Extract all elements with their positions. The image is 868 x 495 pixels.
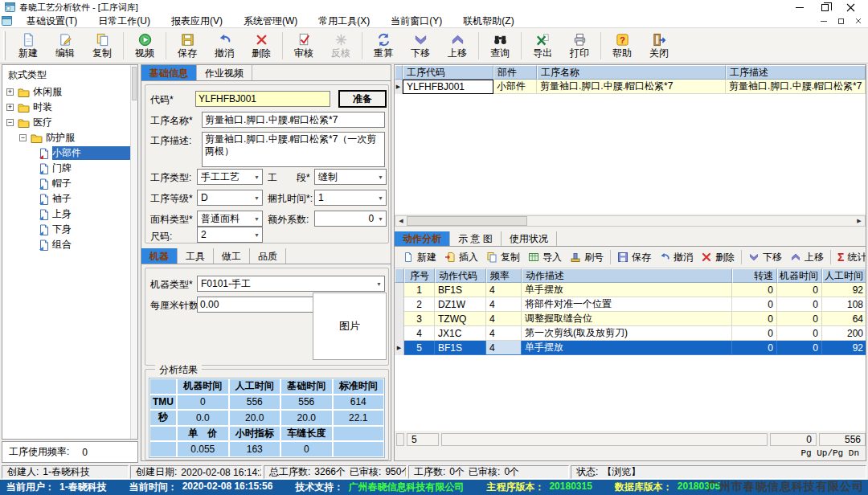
action-import-button[interactable]: 导入	[524, 249, 566, 266]
edit-button[interactable]: 编辑	[47, 29, 84, 62]
process-grid: 工序代码 部件 工序名称 工序描述 ▶ YLFHFBJ001 小部件 剪量袖口.…	[395, 65, 866, 214]
action-new-button[interactable]: 新建	[399, 249, 440, 266]
bundle-time-select[interactable]: 1▼	[314, 190, 387, 206]
tree-item-hat[interactable]: 帽子	[2, 176, 137, 191]
action-move-up-button[interactable]: 上移	[786, 249, 828, 266]
action-row[interactable]: 1 BF1S 4 单手摆放 0 0 92	[395, 283, 866, 297]
print-button[interactable]: 打印	[561, 29, 598, 62]
menu-item-help[interactable]: 联机帮助(Z)	[452, 14, 524, 28]
action-row[interactable]: 3 TZWQ 4 调整握取缝合位 0 0 64	[395, 312, 866, 326]
tree-item-protective[interactable]: − 防护服	[2, 130, 137, 145]
recalc-button[interactable]: 重算	[365, 29, 402, 62]
extra-coef-select[interactable]: 0▼	[314, 211, 387, 227]
tree-item-sleeve[interactable]: 袖子	[2, 191, 137, 207]
copy-button[interactable]: 复制	[84, 29, 121, 62]
menu-item-reports[interactable]: 报表应用(V)	[161, 14, 233, 28]
menu-item-base-settings[interactable]: 基础设置(T)	[16, 14, 88, 28]
restore-icon[interactable]	[821, 4, 829, 11]
tree-item-placket[interactable]: 门牌	[2, 161, 137, 176]
minimize-icon[interactable]	[796, 7, 804, 8]
export-button[interactable]: 导出	[524, 29, 561, 62]
save-icon	[617, 252, 628, 263]
tree-item-small-parts[interactable]: 小部件	[2, 145, 137, 161]
part-icon	[39, 148, 49, 159]
stitch-density-input[interactable]: 0.00	[197, 297, 322, 313]
code-input[interactable]: YLFHFBJ001	[195, 91, 330, 107]
action-copy-button[interactable]: 复制	[482, 249, 524, 266]
undo-button[interactable]: 撤消	[206, 29, 243, 62]
menu-item-daily-work[interactable]: 日常工作(U)	[88, 14, 161, 28]
menu-item-system[interactable]: 系统管理(W)	[233, 14, 308, 28]
mdi-close-icon[interactable]	[855, 18, 862, 24]
action-move-down-button[interactable]: 下移	[744, 249, 786, 266]
tab-workmanship[interactable]: 做工	[214, 248, 250, 264]
process-desc-label: 工序描述:	[150, 134, 191, 148]
tab-tools[interactable]: 工具	[178, 248, 214, 264]
process-grid-row[interactable]: ▶ YLFHFBJ001 小部件 剪量袖口.脚口.中腰.帽口松紧*7 剪量袖口.…	[395, 80, 866, 94]
process-grid-hscrollbar[interactable]: ◀ ▶	[395, 215, 866, 227]
menu-item-current-window[interactable]: 当前窗口(Y)	[380, 14, 452, 28]
save-button[interactable]: 保存	[169, 29, 206, 62]
action-statistics-button[interactable]: Σ 统计	[833, 249, 866, 266]
expander-collapsed-icon[interactable]: +	[6, 104, 14, 111]
expander-expanded-icon[interactable]: −	[19, 134, 27, 141]
fabric-type-select[interactable]: 普通面料▼	[197, 211, 263, 227]
process-desc-input[interactable]: 剪量袖口.脚口.中腰.帽口松紧*7（一次剪两根）	[202, 132, 385, 167]
close-icon[interactable]	[846, 3, 855, 12]
size-select[interactable]: 2▼	[197, 227, 263, 243]
tab-work-video[interactable]: 作业视频	[197, 65, 252, 80]
action-undo-button[interactable]: 撤消	[655, 249, 697, 266]
section-select[interactable]: 缝制▼	[314, 169, 387, 185]
audited2-value: 0个	[504, 465, 519, 479]
action-insert-button[interactable]: 插入	[440, 249, 482, 266]
grade-select[interactable]: D▼	[197, 190, 263, 206]
process-type-select[interactable]: 手工工艺▼	[197, 169, 263, 185]
menu-item-tools[interactable]: 常用工具(X)	[308, 14, 380, 28]
mdi-restore-icon[interactable]	[838, 18, 844, 24]
tree-item-upper-body[interactable]: 上身	[2, 207, 137, 222]
process-grid-header: 工序代码 部件 工序名称 工序描述	[395, 65, 866, 80]
machine-type-select[interactable]: F0101-手工▼	[197, 276, 385, 292]
action-renumber-button[interactable]: 刷号	[566, 249, 608, 266]
expander-collapsed-icon[interactable]: +	[6, 88, 14, 96]
scrollbar-thumb[interactable]	[132, 67, 137, 100]
creator-value: 1-春晓科技	[43, 465, 90, 479]
scroll-right-icon[interactable]: ▶	[854, 216, 865, 226]
prepare-button[interactable]: 准备	[338, 90, 387, 108]
tab-basic-info[interactable]: 基础信息	[141, 65, 197, 80]
tree-item-medical[interactable]: − 医疗	[2, 115, 137, 130]
tree-item-lower-body[interactable]: 下身	[2, 222, 137, 237]
action-delete-button[interactable]: 删除	[697, 249, 739, 266]
process-detail-panel: 基础信息 作业视频 代码* YLFHFBJ001 准备 工序名称* 剪量袖口.脚…	[141, 64, 391, 461]
tree-item-casual[interactable]: + 休闲服	[2, 84, 137, 100]
scrollbar-thumb[interactable]	[407, 216, 527, 226]
current-user-label: 当前用户：	[6, 481, 55, 494]
delete-button[interactable]: 删除	[243, 29, 280, 62]
tab-usage-status[interactable]: 使用状况	[502, 231, 557, 246]
expander-expanded-icon[interactable]: −	[6, 119, 14, 126]
tree-scrollbar[interactable]	[130, 65, 137, 439]
tab-action-analysis[interactable]: 动作分析	[395, 231, 450, 246]
new-button[interactable]: 新建	[10, 29, 47, 62]
indicator-header	[395, 268, 404, 283]
exit-button[interactable]: 关闭	[641, 29, 678, 62]
help-button[interactable]: ? 帮助	[604, 29, 641, 62]
move-down-button[interactable]: 下移	[402, 29, 439, 62]
tree-item-combination[interactable]: 组合	[2, 237, 137, 252]
video-button[interactable]: 视频	[126, 29, 163, 62]
toolbar-separator	[600, 32, 601, 59]
action-save-button[interactable]: 保存	[613, 249, 655, 266]
move-up-button[interactable]: 上移	[439, 29, 476, 62]
action-row-selected[interactable]: ▶ 5 BF1S 4 单手摆放 0 0 92	[395, 341, 866, 355]
tree-item-fashion[interactable]: + 时装	[2, 100, 137, 115]
tab-machine[interactable]: 机器	[141, 248, 178, 264]
audit-button[interactable]: 审核	[285, 29, 322, 62]
search-button[interactable]: 查询	[481, 29, 518, 62]
tab-quality[interactable]: 品质	[250, 248, 286, 264]
mdi-minimize-icon[interactable]	[821, 21, 827, 22]
action-row[interactable]: 4 JX1C 4 第一次剪线(取及放剪刀) 0 0 200	[395, 326, 866, 341]
action-row[interactable]: 2 DZ1W 4 将部件对准一个位置 0 0 108	[395, 297, 866, 312]
scroll-left-icon[interactable]: ◀	[395, 216, 407, 226]
tab-diagram[interactable]: 示 意 图	[450, 231, 502, 246]
process-name-input[interactable]: 剪量袖口.脚口.中腰.帽口松紧*7	[202, 112, 385, 128]
